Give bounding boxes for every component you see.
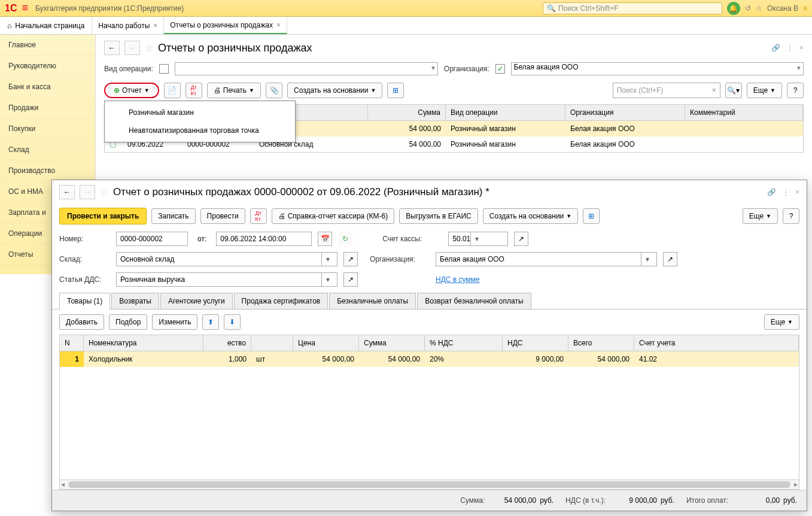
footer-total-value: 0,00	[732, 496, 780, 505]
list-search[interactable]: Поиск (Ctrl+F) ×	[613, 83, 720, 98]
egais-button[interactable]: Выгрузить в ЕГАИС	[399, 208, 478, 224]
km6-button[interactable]: 🖨 Справка-отчет кассира (КМ-6)	[272, 208, 395, 224]
tab-agent[interactable]: Агентские услуги	[160, 293, 233, 309]
col-n[interactable]: N	[60, 335, 84, 351]
help-button[interactable]: ?	[783, 208, 799, 224]
print-button[interactable]: 🖨 Печать ▼	[207, 83, 261, 98]
clear-icon[interactable]: ×	[712, 86, 716, 95]
customize-icon[interactable]: ≡	[803, 4, 807, 13]
post-close-button[interactable]: Провести и закрыть	[59, 208, 147, 224]
filter-op-checkbox[interactable]	[159, 64, 169, 74]
user-name[interactable]: Оксана В	[767, 4, 798, 13]
tab-retail-reports[interactable]: Отчеты о розничных продажах ×	[164, 17, 287, 34]
open-icon[interactable]: ↗	[343, 252, 358, 266]
col-org[interactable]: Организация	[565, 105, 685, 120]
add-button[interactable]: Добавить	[59, 314, 104, 330]
bell-icon[interactable]: 🔔	[727, 2, 740, 15]
calendar-icon[interactable]: 📅	[318, 232, 332, 246]
col-sum[interactable]: Сумма	[368, 105, 446, 120]
star-icon[interactable]: ☆	[100, 187, 108, 198]
dropdown-retail-store[interactable]: Розничный магазин	[105, 104, 295, 122]
link-icon[interactable]: 🔗	[767, 188, 776, 196]
copy-button[interactable]: 📄	[164, 83, 181, 98]
col-operation[interactable]: Вид операции	[446, 105, 565, 120]
sidebar-bank[interactable]: Банк и касса	[0, 77, 95, 98]
account-input[interactable]: 50.01▾	[448, 232, 508, 246]
filter-org-checkbox[interactable]	[495, 64, 505, 74]
structure-button[interactable]: ⊞	[387, 83, 404, 98]
doc-more-button[interactable]: Еще ▼	[743, 208, 778, 224]
create-based-button[interactable]: Создать на основании ▼	[287, 83, 382, 98]
tab-cashless-return[interactable]: Возврат безналичной оплаты	[417, 293, 531, 309]
sidebar-main[interactable]: Главное	[0, 35, 95, 56]
global-search[interactable]: 🔍 Поиск Ctrl+Shift+F	[543, 2, 722, 14]
col-account[interactable]: Счет учета	[634, 335, 799, 351]
close-icon[interactable]: ×	[276, 21, 281, 29]
open-icon[interactable]: ↗	[514, 232, 528, 246]
date-input[interactable]: 09.06.2022 14:00:00	[216, 232, 312, 246]
items-row[interactable]: 1 Холодильник 1,000 шт 54 000,00 54 000,…	[60, 351, 799, 367]
pick-button[interactable]: Подбор	[109, 314, 147, 330]
menu-icon[interactable]: ≡	[22, 2, 28, 14]
doc-create-based-button[interactable]: Создать на основании ▼	[483, 208, 578, 224]
attach-button[interactable]: 📎	[266, 83, 282, 98]
sidebar-sales[interactable]: Продажи	[0, 98, 95, 119]
number-input[interactable]: 0000-000002	[116, 232, 188, 246]
filter-op-select[interactable]: ▼	[175, 62, 438, 75]
sklad-input[interactable]: Основной склад▾	[116, 252, 337, 266]
tab-cashless[interactable]: Безналичные оплаты	[329, 293, 416, 309]
move-up-icon[interactable]: ⬆	[202, 314, 219, 330]
history-icon[interactable]: ↺	[745, 4, 751, 13]
help-button[interactable]: ?	[787, 83, 804, 98]
filter-org-select[interactable]: Белая акация ООО▼	[511, 62, 804, 75]
home-tab[interactable]: ⌂ Начальная страница	[0, 17, 92, 34]
move-down-icon[interactable]: ⬇	[224, 314, 241, 330]
items-more-button[interactable]: Еще ▼	[764, 314, 799, 330]
horizontal-scrollbar[interactable]: ◂ ▸	[59, 480, 799, 490]
link-icon[interactable]: 🔗	[771, 44, 780, 52]
open-icon[interactable]: ↗	[343, 272, 358, 287]
sidebar-purchases[interactable]: Покупки	[0, 119, 95, 139]
tab-goods[interactable]: Товары (1)	[59, 293, 110, 309]
kebab-icon[interactable]: ⋮	[782, 188, 789, 196]
nav-back[interactable]: ←	[104, 41, 120, 55]
org-input[interactable]: Белая акация ООО▾	[436, 252, 657, 266]
write-button[interactable]: Записать	[151, 208, 195, 224]
nds-link[interactable]: НДС в сумме	[436, 275, 480, 284]
sidebar-production[interactable]: Производство	[0, 160, 95, 181]
tab-returns[interactable]: Возвраты	[111, 293, 159, 309]
tab-certs[interactable]: Продажа сертификатов	[234, 293, 329, 309]
close-icon[interactable]: ×	[153, 22, 157, 30]
edit-button[interactable]: Изменить	[152, 314, 197, 330]
close-icon[interactable]: ×	[795, 188, 799, 196]
col-unit[interactable]	[251, 335, 293, 351]
col-qty[interactable]: ество	[203, 335, 251, 351]
dds-input[interactable]: Розничная выручка▾	[116, 272, 337, 287]
dt-kt-button[interactable]: ДтКт	[250, 208, 267, 224]
post-button[interactable]: Провести	[200, 208, 245, 224]
report-button[interactable]: ⊕ Отчет ▼	[104, 83, 159, 98]
col-nomenclature[interactable]: Номенклатура	[84, 335, 203, 351]
open-icon[interactable]: ↗	[663, 252, 677, 266]
more-button[interactable]: Еще ▼	[747, 83, 782, 98]
col-comment[interactable]: Комментарий	[685, 105, 803, 120]
dropdown-non-auto[interactable]: Неавтоматизированная торговая точка	[105, 122, 295, 139]
search-button[interactable]: 🔍▾	[725, 83, 742, 98]
col-price[interactable]: Цена	[293, 335, 359, 351]
star-icon[interactable]: ☆	[756, 4, 762, 13]
close-icon[interactable]: ×	[799, 44, 804, 52]
refresh-icon[interactable]: ↻	[338, 232, 352, 246]
chevron-down-icon: ▼	[144, 87, 150, 93]
sidebar-warehouse[interactable]: Склад	[0, 139, 95, 160]
col-ndspct[interactable]: % НДС	[425, 335, 503, 351]
sidebar-manager[interactable]: Руководителю	[0, 56, 95, 77]
dt-kt-button[interactable]: ДтКт	[185, 83, 202, 98]
col-nds[interactable]: НДС	[503, 335, 568, 351]
doc-nav-back[interactable]: ←	[59, 185, 75, 199]
structure-button[interactable]: ⊞	[583, 208, 600, 224]
col-total[interactable]: Всего	[568, 335, 634, 351]
star-icon[interactable]: ☆	[145, 43, 153, 54]
kebab-icon[interactable]: ⋮	[786, 44, 793, 52]
tab-start[interactable]: Начало работы ×	[92, 17, 164, 34]
col-sum[interactable]: Сумма	[359, 335, 425, 351]
